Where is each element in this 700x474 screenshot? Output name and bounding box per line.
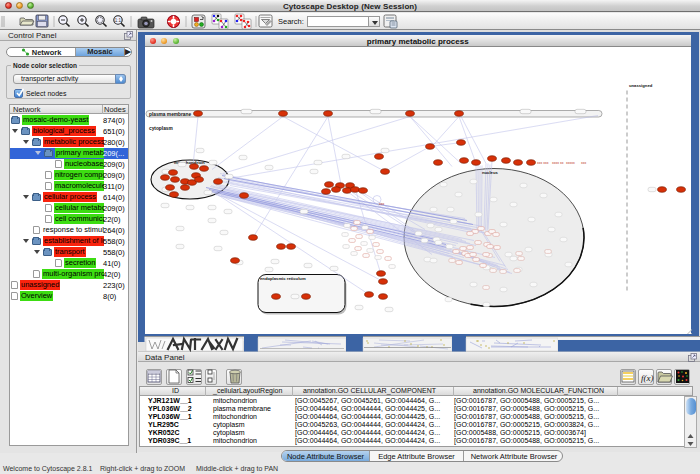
svg-text:nucleus: nucleus: [482, 170, 498, 175]
svg-text:Search:: Search:: [278, 17, 304, 26]
svg-text:xxx xxx: xxx xxx: [537, 161, 549, 165]
svg-text:plasma membrane: plasma membrane: [149, 112, 191, 117]
svg-text:xxx: xxx: [379, 202, 385, 206]
svg-text:endoplasmic reticulum: endoplasmic reticulum: [260, 276, 306, 281]
svg-text:xxxxx: xxxxx: [566, 161, 575, 165]
svg-text:cytoplasm: cytoplasm: [149, 126, 173, 131]
svg-text:1:1: 1:1: [115, 18, 122, 23]
svg-text:xxx: xxx: [581, 161, 587, 165]
svg-text:xxxx xx: xxxx xx: [552, 161, 564, 165]
svg-text:unassigned: unassigned: [629, 83, 653, 88]
svg-text:f(x): f(x): [641, 373, 654, 383]
